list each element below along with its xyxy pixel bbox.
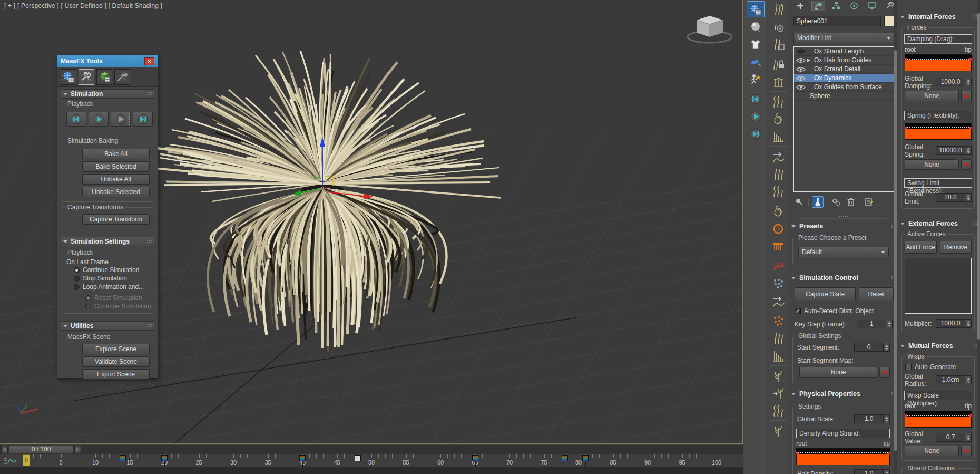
object-color-swatch[interactable] bbox=[884, 16, 895, 26]
remove-modifier-icon[interactable] bbox=[845, 196, 857, 208]
forces-panel-scrollbar[interactable] bbox=[977, 0, 980, 474]
ragdoll-icon[interactable] bbox=[747, 71, 765, 87]
keyframe-marker[interactable] bbox=[562, 455, 568, 461]
damping-label[interactable]: Damping (Drag): bbox=[904, 34, 972, 44]
scatter-dots-icon[interactable] bbox=[769, 313, 787, 329]
time-slider-handle[interactable]: 0 / 100 bbox=[9, 446, 73, 453]
lock-strands-icon[interactable] bbox=[769, 56, 787, 72]
world-parameters-icon[interactable] bbox=[747, 1, 765, 17]
remove-force-button[interactable]: Remove bbox=[940, 241, 972, 254]
keyframe-marker[interactable] bbox=[161, 455, 168, 461]
display-options-icon[interactable] bbox=[114, 69, 130, 85]
start-simulation-no-animation-button[interactable] bbox=[111, 112, 131, 127]
comb-strands-icon[interactable] bbox=[769, 148, 787, 165]
spring-curve-ramp[interactable] bbox=[905, 123, 972, 140]
strand-length-icon[interactable] bbox=[769, 128, 787, 144]
rollout-utilities[interactable]: Utilities bbox=[61, 321, 154, 331]
damping-map-none-button[interactable]: None bbox=[905, 91, 959, 101]
keyframe-marker[interactable] bbox=[582, 455, 589, 461]
global-damping-spinner[interactable]: Global Damping: 1000.0 bbox=[905, 78, 972, 86]
time-slider-track[interactable]: < 0 / 100 > bbox=[0, 445, 743, 454]
simulation-tools-icon[interactable] bbox=[79, 69, 94, 85]
damping-curve-ramp[interactable] bbox=[905, 54, 972, 71]
density-along-strand-label[interactable]: Density Along Strand: bbox=[796, 429, 890, 438]
rollout-physical-properties[interactable]: Physical Properties bbox=[789, 389, 898, 399]
spinner-arrows-icon[interactable] bbox=[965, 320, 971, 327]
rollout-presets[interactable]: Presets bbox=[789, 221, 898, 231]
radio-loop-animation[interactable]: Loop Animation and... bbox=[74, 283, 153, 291]
map-button-icon[interactable] bbox=[961, 159, 972, 170]
make-unique-icon[interactable] bbox=[830, 196, 842, 208]
baked-hair-icon[interactable] bbox=[769, 422, 787, 439]
visibility-eye-icon[interactable] bbox=[796, 84, 806, 90]
expand-arrow-icon[interactable] bbox=[806, 58, 812, 63]
key-step-spinner[interactable]: Key Step (Frame): 1 bbox=[795, 320, 893, 328]
red-comb-icon[interactable] bbox=[769, 258, 787, 274]
perspective-viewport[interactable]: [ + ] [ Perspective ] [ User Defined ] [… bbox=[0, 0, 743, 444]
tab-display[interactable] bbox=[865, 1, 879, 11]
constraint-icon[interactable] bbox=[747, 53, 765, 70]
hair-comb-icon[interactable] bbox=[769, 238, 787, 254]
hair-density-spinner[interactable]: Hair Density: 1.0 bbox=[797, 469, 890, 474]
global-value-spinner[interactable]: Global Value: 0.7 bbox=[905, 433, 972, 442]
stack-item-ox-hair-from-guides[interactable]: Ox Hair from Guides bbox=[794, 56, 894, 65]
reset-simulation-icon[interactable] bbox=[747, 91, 765, 107]
spinner-arrows-icon[interactable] bbox=[883, 343, 889, 351]
density-curve-ramp[interactable] bbox=[796, 448, 890, 465]
rollout-mutual-forces[interactable]: Mutual Forces bbox=[898, 341, 980, 351]
show-end-result-icon[interactable] bbox=[812, 196, 824, 208]
multi-object-editor-icon[interactable] bbox=[96, 69, 112, 85]
strand-groups-icon[interactable] bbox=[769, 275, 787, 292]
spinner-arrows-icon[interactable] bbox=[965, 147, 971, 154]
auto-generate-checkbox[interactable]: Auto-Generate bbox=[905, 363, 974, 371]
world-parameters-icon[interactable] bbox=[61, 69, 76, 85]
tab-modify[interactable] bbox=[811, 1, 825, 11]
straight-guides-icon[interactable] bbox=[769, 166, 787, 182]
spring-map-none-button[interactable]: None bbox=[905, 159, 959, 170]
preset-dropdown[interactable]: Default bbox=[798, 247, 889, 257]
capture-transform-button[interactable]: Capture Transform bbox=[82, 214, 150, 225]
hair-preset-icon[interactable] bbox=[769, 36, 787, 52]
explore-scene-button[interactable]: Explore Scene bbox=[82, 344, 150, 354]
spinner-arrows-icon[interactable] bbox=[883, 470, 889, 474]
validate-scene-button[interactable]: Validate Scene bbox=[82, 356, 150, 367]
panel-splitter[interactable] bbox=[800, 215, 887, 219]
stack-item-sphere[interactable]: Sphere bbox=[794, 92, 894, 101]
rollout-simulation-control[interactable]: Simulation Control bbox=[789, 273, 898, 283]
rollout-internal-forces[interactable]: Internal Forces bbox=[898, 12, 980, 22]
map-button-icon[interactable] bbox=[879, 367, 890, 378]
frizz-strands-icon[interactable] bbox=[769, 93, 787, 110]
visibility-eye-icon[interactable] bbox=[796, 57, 806, 63]
rollout-external-forces[interactable]: External Forces bbox=[898, 218, 980, 229]
radio-stop-simulation[interactable]: Stop Simulation bbox=[74, 274, 153, 283]
pin-stack-icon[interactable] bbox=[793, 196, 805, 208]
export-scene-button[interactable]: Export Scene bbox=[82, 369, 150, 380]
add-force-button[interactable]: Add Force bbox=[905, 241, 937, 254]
spinner-arrows-icon[interactable] bbox=[965, 78, 971, 86]
tab-create[interactable] bbox=[793, 1, 807, 11]
swing-limit-label[interactable]: Swing Limit (Bendiness): bbox=[904, 178, 972, 188]
global-radius-spinner[interactable]: Global Radius: 1.0cm bbox=[905, 375, 972, 384]
keyframe-marker[interactable] bbox=[472, 455, 478, 461]
visibility-eye-icon[interactable] bbox=[796, 49, 806, 54]
clump-strands-icon[interactable] bbox=[769, 111, 787, 127]
object-name-field[interactable]: Sphere001 bbox=[793, 16, 881, 26]
keyframe-marker[interactable] bbox=[120, 455, 126, 461]
active-forces-list[interactable] bbox=[905, 258, 972, 314]
strand-falloff-icon[interactable] bbox=[769, 347, 787, 364]
start-simulation-button[interactable] bbox=[89, 112, 109, 127]
global-scale-spinner[interactable]: Global Scale: 1.0 bbox=[797, 414, 890, 423]
hair-info-icon[interactable]: i bbox=[769, 18, 787, 35]
global-limit-spinner[interactable]: Global Limit: 20.0 bbox=[905, 193, 972, 202]
stack-item-ox-strand-detail[interactable]: Ox Strand Detail bbox=[794, 65, 894, 74]
map-button-icon[interactable] bbox=[961, 91, 972, 101]
stack-item-ox-strand-length[interactable]: Ox Strand Length bbox=[794, 47, 894, 56]
visibility-eye-icon[interactable] bbox=[796, 75, 806, 81]
start-segment-map-none-button[interactable]: None bbox=[799, 367, 877, 378]
wisp-map-none-button[interactable]: None bbox=[905, 446, 959, 456]
dialog-titlebar[interactable]: MassFX Tools × bbox=[57, 55, 158, 67]
bake-all-button[interactable]: Bake All bbox=[82, 149, 150, 159]
surface-comb-icon[interactable] bbox=[769, 293, 787, 309]
map-button-icon[interactable] bbox=[961, 446, 972, 456]
rollout-simulation[interactable]: Simulation bbox=[61, 89, 154, 99]
